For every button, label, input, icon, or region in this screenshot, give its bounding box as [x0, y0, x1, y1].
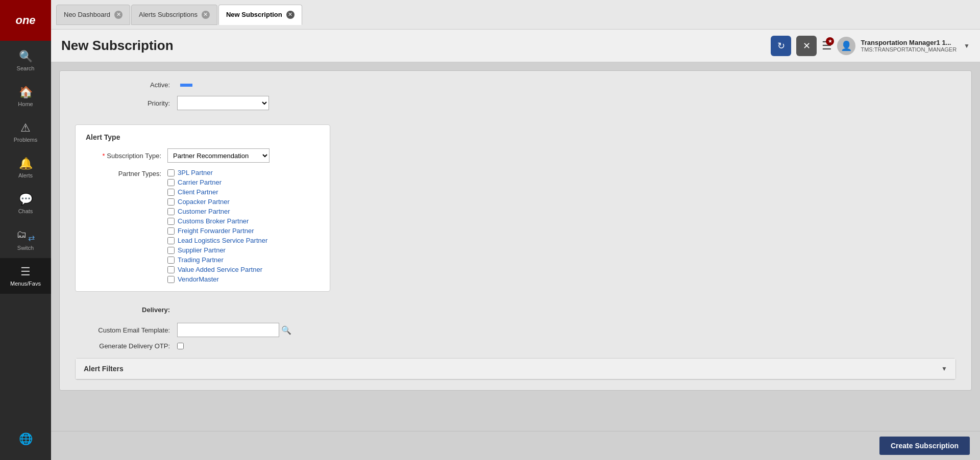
sidebar-item-switch[interactable]: 🗂 ⇄ Switch: [0, 221, 51, 258]
checkbox-freight-forwarder-partner[interactable]: [167, 227, 175, 235]
list-item: Customs Broker Partner: [167, 217, 267, 225]
subscription-type-row: Subscription Type: Partner Recommendatio…: [86, 148, 320, 163]
active-label: Active:: [75, 81, 177, 89]
label-lead-logistics-partner[interactable]: Lead Logistics Service Partner: [178, 237, 267, 244]
alert-type-section: Alert Type Subscription Type: Partner Re…: [75, 124, 330, 292]
email-template-input[interactable]: [177, 323, 279, 337]
header-actions: ↻ ✕ ☰ ★ 👤 Transportation Manager1 1... T…: [771, 36, 970, 56]
delivery-row: Delivery:: [75, 306, 956, 314]
subscription-type-label: Subscription Type:: [86, 152, 167, 160]
checkbox-customer-partner[interactable]: [167, 208, 175, 215]
tab-close-neo-dashboard[interactable]: ✕: [114, 11, 122, 19]
otp-checkbox[interactable]: [177, 343, 184, 349]
alert-filters-section: Alert Filters ▼: [75, 358, 956, 380]
subscription-type-select[interactable]: Partner Recommendation: [167, 148, 270, 163]
checkbox-vendormaster[interactable]: [167, 276, 175, 283]
sidebar-item-home[interactable]: 🏠 Home: [0, 79, 51, 114]
tab-neo-dashboard[interactable]: Neo Dashboard ✕: [56, 5, 130, 25]
form-card: Active: Priority: Alert Type Subscriptio…: [59, 70, 972, 391]
sidebar-item-alerts[interactable]: 🔔 Alerts: [0, 150, 51, 186]
main-area: Neo Dashboard ✕ Alerts Subscriptions ✕ N…: [51, 0, 980, 460]
menu-button[interactable]: ☰ ★: [822, 39, 832, 53]
notification-badge: ★: [826, 37, 834, 45]
checkbox-client-partner[interactable]: [167, 189, 175, 196]
user-section[interactable]: 👤 Transportation Manager1 1... TMS:TRANS…: [837, 37, 970, 55]
label-vendormaster[interactable]: VendorMaster: [178, 275, 219, 283]
tab-close-new-subscription[interactable]: ✕: [286, 11, 295, 19]
list-item: Freight Forwarder Partner: [167, 227, 267, 235]
otp-label: Generate Delivery OTP:: [75, 342, 177, 350]
search-icon: 🔍: [19, 50, 33, 63]
email-template-label: Custom Email Template:: [75, 326, 177, 334]
header-bar: New Subscription ↻ ✕ ☰ ★ 👤 Transportatio…: [51, 30, 980, 62]
list-item: 3PL Partner: [167, 169, 267, 176]
priority-select[interactable]: [177, 96, 269, 110]
email-template-row: Custom Email Template: 🔍: [75, 323, 956, 337]
checkbox-value-added-partner[interactable]: [167, 266, 175, 273]
avatar: 👤: [837, 37, 855, 55]
delivery-label: Delivery:: [75, 306, 177, 314]
user-name: Transportation Manager1 1...: [861, 39, 957, 46]
checkbox-trading-partner[interactable]: [167, 257, 175, 264]
checkbox-lead-logistics-partner[interactable]: [167, 237, 175, 244]
content-area: Active: Priority: Alert Type Subscriptio…: [51, 62, 980, 431]
sidebar-item-menus[interactable]: ☰ Menus/Favs: [0, 258, 51, 294]
label-3pl-partner[interactable]: 3PL Partner: [178, 169, 213, 176]
list-item: Carrier Partner: [167, 178, 267, 186]
sidebar-item-search[interactable]: 🔍 Search: [0, 43, 51, 79]
tab-bar: Neo Dashboard ✕ Alerts Subscriptions ✕ N…: [51, 0, 980, 30]
bottom-bar: Create Subscription: [51, 431, 980, 460]
alert-filters-title: Alert Filters: [84, 365, 124, 373]
menu-icon: ☰: [20, 265, 31, 278]
list-item: Lead Logistics Service Partner: [167, 237, 267, 244]
otp-row: Generate Delivery OTP:: [75, 342, 956, 350]
label-value-added-partner[interactable]: Value Added Service Partner: [178, 266, 262, 273]
page-title: New Subscription: [61, 38, 771, 54]
list-item: Trading Partner: [167, 256, 267, 264]
active-indicator: [180, 84, 192, 87]
label-client-partner[interactable]: Client Partner: [178, 188, 218, 196]
partner-types-row: Partner Types: 3PL Partner Carrier Partn…: [86, 169, 320, 283]
label-trading-partner[interactable]: Trading Partner: [178, 256, 224, 264]
app-logo[interactable]: one: [0, 0, 51, 41]
label-customer-partner[interactable]: Customer Partner: [178, 208, 230, 215]
checkbox-customs-broker-partner[interactable]: [167, 218, 175, 225]
checkbox-3pl-partner[interactable]: [167, 169, 175, 176]
label-freight-forwarder-partner[interactable]: Freight Forwarder Partner: [178, 227, 254, 235]
create-subscription-button[interactable]: Create Subscription: [879, 437, 970, 455]
tab-alerts-subscriptions[interactable]: Alerts Subscriptions ✕: [131, 5, 217, 25]
list-item: Copacker Partner: [167, 198, 267, 206]
partner-types-label: Partner Types:: [86, 169, 167, 177]
checkbox-carrier-partner[interactable]: [167, 179, 175, 186]
label-supplier-partner[interactable]: Supplier Partner: [178, 246, 226, 254]
user-dropdown-arrow: ▼: [964, 42, 970, 49]
sidebar: one 🔍 Search 🏠 Home ⚠ Problems 🔔 Alerts …: [0, 0, 51, 460]
tab-new-subscription[interactable]: New Subscription ✕: [218, 5, 302, 25]
collapse-arrow: ▼: [941, 365, 947, 372]
active-row: Active:: [75, 81, 956, 89]
list-item: Value Added Service Partner: [167, 266, 267, 273]
alert-filters-header[interactable]: Alert Filters ▼: [76, 359, 955, 379]
checkbox-copacker-partner[interactable]: [167, 198, 175, 206]
bell-icon: 🔔: [19, 157, 33, 170]
email-search-button[interactable]: 🔍: [279, 323, 293, 337]
list-item: VendorMaster: [167, 275, 267, 283]
label-copacker-partner[interactable]: Copacker Partner: [178, 198, 230, 206]
tab-close-alerts-subscriptions[interactable]: ✕: [202, 11, 210, 19]
sidebar-item-chats[interactable]: 💬 Chats: [0, 186, 51, 221]
label-carrier-partner[interactable]: Carrier Partner: [178, 178, 222, 186]
switch-icon: 🗂 ⇄: [16, 228, 35, 243]
partner-types-list: 3PL Partner Carrier Partner Client Partn…: [167, 169, 267, 283]
close-form-button[interactable]: ✕: [796, 36, 817, 56]
alert-type-title: Alert Type: [86, 133, 320, 141]
globe-icon: 🌐: [19, 432, 33, 446]
list-item: Customer Partner: [167, 208, 267, 215]
refresh-button[interactable]: ↻: [771, 36, 791, 56]
sidebar-item-globe[interactable]: 🌐: [19, 425, 33, 455]
checkbox-supplier-partner[interactable]: [167, 247, 175, 254]
label-customs-broker-partner[interactable]: Customs Broker Partner: [178, 217, 249, 225]
list-item: Supplier Partner: [167, 246, 267, 254]
sidebar-item-problems[interactable]: ⚠ Problems: [0, 114, 51, 150]
chat-icon: 💬: [19, 193, 33, 206]
list-item: Client Partner: [167, 188, 267, 196]
